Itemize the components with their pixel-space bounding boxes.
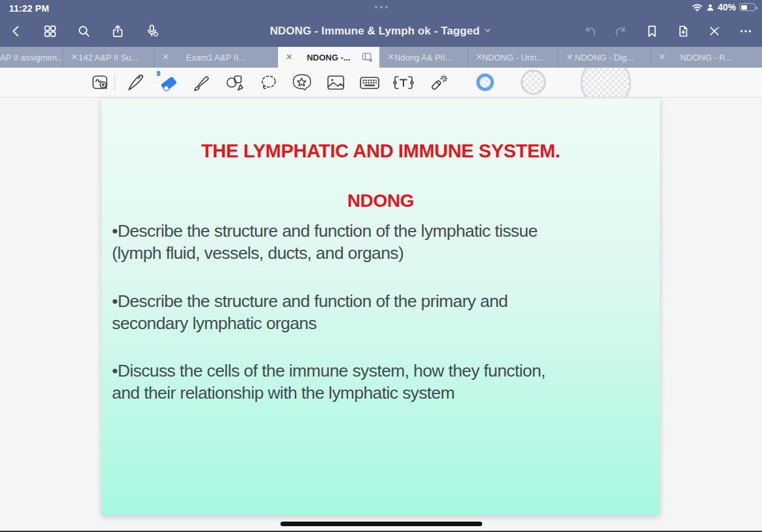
- tab-ndong-r[interactable]: ✕ NDONG - R...: [651, 47, 762, 68]
- eraser-size-large[interactable]: [580, 68, 631, 98]
- toolbar-divider: [115, 74, 115, 91]
- home-indicator[interactable]: [280, 522, 482, 526]
- add-page-button[interactable]: [674, 21, 693, 41]
- tab-ndong-ap-ii[interactable]: ✕ Ndong A& PII...: [379, 47, 468, 68]
- person-icon: [706, 3, 714, 12]
- mic-disabled-icon[interactable]: [142, 21, 161, 41]
- document-title: NDONG - Immune & Lymph ok - Tagged: [270, 25, 480, 38]
- tab-ndong-digestive[interactable]: ✕ NDONG - Dig...: [558, 47, 651, 68]
- search-button[interactable]: [74, 21, 94, 41]
- shapes-tool[interactable]: [222, 70, 248, 96]
- multitasking-indicator-icon[interactable]: [375, 6, 388, 8]
- keyboard-tool[interactable]: [357, 70, 383, 96]
- slide-subtitle: NDONG: [112, 191, 649, 211]
- redo-button[interactable]: [611, 21, 631, 41]
- slide-title: THE LYMPHATIC AND IMMUNE SYSTEM.: [112, 140, 649, 162]
- tab-142-ap-ii[interactable]: ✕ 142 A&P II Su...: [63, 47, 154, 68]
- top-bar: 11:22 PM 40%: [0, 0, 762, 47]
- text-tool[interactable]: [390, 70, 416, 96]
- close-icon[interactable]: ✕: [659, 53, 666, 61]
- close-icon[interactable]: ✕: [476, 53, 483, 61]
- edit-mode-toggle-icon[interactable]: [705, 21, 724, 41]
- pen-tool[interactable]: [123, 70, 149, 96]
- close-icon[interactable]: ✕: [286, 53, 293, 61]
- laser-pointer-tool[interactable]: [424, 70, 450, 96]
- eraser-tool[interactable]: [154, 70, 180, 96]
- highlighter-tool[interactable]: [188, 70, 214, 96]
- zoom-window-tool[interactable]: [87, 70, 113, 96]
- image-tool[interactable]: [323, 70, 349, 96]
- goodnotes-app-window: 11:22 PM 40%: [0, 0, 762, 532]
- share-button[interactable]: [108, 21, 128, 41]
- bookmark-button[interactable]: [642, 21, 662, 41]
- document-canvas-area: THE LYMPHATIC AND IMMUNE SYSTEM. NDONG •…: [0, 98, 762, 532]
- navigation-bar: NDONG - Immune & Lymph ok - Tagged: [0, 16, 762, 47]
- eraser-size-medium[interactable]: [521, 70, 546, 95]
- close-icon[interactable]: ✕: [162, 53, 169, 61]
- battery-icon: [739, 3, 755, 11]
- document-page[interactable]: THE LYMPHATIC AND IMMUNE SYSTEM. NDONG •…: [102, 99, 660, 515]
- tab-exam1-ap-ii[interactable]: ✕ Exam1 A&P II...: [154, 47, 278, 68]
- stickers-tool[interactable]: [289, 70, 315, 96]
- tab-ndong-urinary[interactable]: ✕ NDONG - Urin...: [468, 47, 558, 68]
- chevron-down-icon: [483, 25, 492, 37]
- bullet-item: •Discuss the cells of the immune system,…: [112, 360, 649, 404]
- status-bar: 11:22 PM 40%: [0, 0, 762, 16]
- back-button[interactable]: [7, 21, 26, 41]
- tab-ap-ii-assignments[interactable]: AP II assigmen...: [0, 47, 63, 68]
- battery-percent: 40%: [718, 2, 736, 12]
- close-icon[interactable]: ✕: [71, 53, 78, 61]
- tab-ndong-active[interactable]: ✕ NDONG -...: [278, 47, 379, 68]
- close-icon[interactable]: ✕: [387, 53, 394, 61]
- eraser-size-small-selected[interactable]: [476, 73, 494, 91]
- tab-bar: AP II assigmen... ✕ 142 A&P II Su... ✕ E…: [0, 47, 762, 68]
- wifi-icon: [692, 3, 703, 12]
- lasso-tool[interactable]: [256, 70, 282, 96]
- tools-toolbar: [0, 68, 762, 98]
- document-title-menu[interactable]: NDONG - Immune & Lymph ok - Tagged: [270, 25, 493, 38]
- close-icon[interactable]: ✕: [566, 53, 573, 61]
- more-button[interactable]: [736, 21, 755, 41]
- bullet-item: •Describe the structure and function of …: [112, 290, 649, 334]
- undo-button[interactable]: [580, 21, 599, 41]
- bullet-item: •Describe the structure and function of …: [112, 220, 649, 264]
- tab-pages-icon: [362, 52, 373, 65]
- thumbnails-grid-button[interactable]: [40, 21, 60, 41]
- clock: 11:22 PM: [9, 3, 49, 14]
